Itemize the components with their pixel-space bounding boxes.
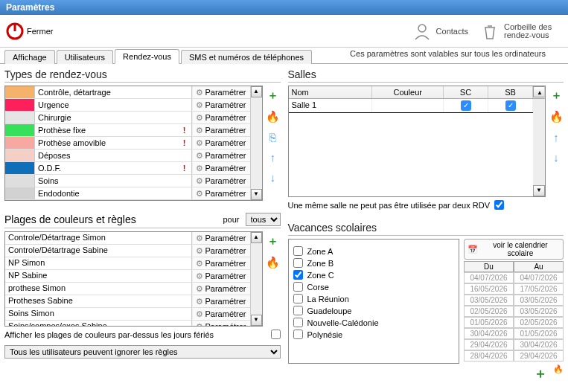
plage-row[interactable]: Controle/Détartrage Sabine⚙Paramétrer [5,245,250,257]
date-du-input[interactable] [464,328,514,339]
types-down-button[interactable]: ↓ [270,171,276,184]
plages-feries-checkbox[interactable] [271,330,281,339]
tab-utilisateurs[interactable]: Utilisateurs [57,50,113,64]
plage-row[interactable]: NP Sabine⚙Paramétrer [5,270,250,283]
scroll-up-icon[interactable]: ▲ [533,86,545,97]
salles-scrollbar[interactable]: ▼ [533,99,545,196]
zone-checkbox[interactable] [293,330,303,339]
type-row[interactable]: Déposes⚙Paramétrer [5,150,250,162]
param-button[interactable]: ⚙Paramétrer [192,124,250,136]
type-row[interactable]: Urgence⚙Paramétrer [5,99,250,112]
date-au-input[interactable] [514,328,564,339]
plage-row[interactable]: Soins/compos/exos Sabine⚙Paramétrer [5,321,250,327]
plages-pour-select[interactable]: tous [246,213,281,226]
param-button[interactable]: ⚙Paramétrer [192,162,250,174]
date-au-input[interactable] [514,306,564,317]
date-du-input[interactable] [464,283,514,295]
date-du-input[interactable] [464,339,514,350]
salles-col-couleur[interactable]: Couleur [372,86,444,98]
trash-button[interactable]: Corbeille des rendez-vous [474,22,562,41]
scroll-down-icon[interactable]: ▼ [251,189,262,200]
date-au-input[interactable] [514,272,564,283]
param-button[interactable]: ⚙Paramétrer [192,99,250,111]
type-color-chip[interactable] [5,187,35,199]
zone-item[interactable]: Guadeloupe [293,306,455,315]
type-color-chip[interactable] [5,112,35,123]
param-button[interactable]: ⚙Paramétrer [192,257,250,269]
param-button[interactable]: ⚙Paramétrer [192,321,250,327]
plages-add-button[interactable]: ＋ [267,234,278,248]
types-delete-button[interactable]: 🔥 [266,110,280,123]
date-au-input[interactable] [514,317,564,328]
zone-item[interactable]: Polynésie [293,330,455,339]
zone-checkbox[interactable] [293,306,303,315]
zone-checkbox[interactable] [293,282,303,292]
calendar-button[interactable]: 📅 voir le calendrier scolaire [464,239,564,260]
zone-checkbox[interactable] [293,318,303,327]
type-row[interactable]: O.D.F.!⚙Paramétrer [5,162,250,175]
tab-affichage[interactable]: Affichage [4,50,55,64]
plage-row[interactable]: Soins Simon⚙Paramétrer [5,308,250,321]
type-row[interactable]: Endodontie⚙Paramétrer [5,187,250,200]
vacances-delete-button[interactable]: 🔥 [553,364,564,382]
salle-sb-checkbox[interactable]: ✓ [488,99,533,112]
salles-down-button[interactable]: ↓ [553,151,559,164]
types-scrollbar[interactable]: ▲ ▼ [250,86,262,200]
type-color-chip[interactable] [5,162,35,174]
date-du-input[interactable] [464,317,514,328]
plage-row[interactable]: Protheses Sabine⚙Paramétrer [5,295,250,308]
zone-checkbox[interactable] [293,294,303,303]
scroll-down-icon[interactable]: ▼ [251,315,262,326]
salle-sc-checkbox[interactable]: ✓ [444,99,488,112]
salles-delete-button[interactable]: 🔥 [549,110,564,123]
salles-col-nom[interactable]: Nom [289,86,373,98]
date-au-input[interactable] [514,339,564,350]
zone-checkbox[interactable] [293,246,303,256]
type-color-chip[interactable] [5,137,35,149]
scroll-up-icon[interactable]: ▲ [251,232,262,243]
plage-row[interactable]: Controle/Détartrage Simon⚙Paramétrer [5,232,250,245]
tab-rendez-vous[interactable]: Rendez-vous [115,49,179,64]
date-au-input[interactable] [514,350,564,362]
type-row[interactable]: Prothèse amovible!⚙Paramétrer [5,137,250,150]
salles-col-sb[interactable]: SB [488,86,533,98]
type-row[interactable]: Contrôle, détartrage⚙Paramétrer [5,86,250,99]
salle-row[interactable]: Salle 1 ✓ ✓ [289,99,534,113]
type-color-chip[interactable] [5,99,35,111]
param-button[interactable]: ⚙Paramétrer [192,187,250,199]
zone-item[interactable]: Zone A [293,246,455,256]
plages-rules-select[interactable]: Tous les utilisateurs peuvent ignorer le… [4,345,281,359]
types-up-button[interactable]: ↑ [270,151,276,164]
type-color-chip[interactable] [5,150,35,161]
salle-couleur[interactable] [372,99,444,112]
param-button[interactable]: ⚙Paramétrer [192,86,250,98]
zone-checkbox[interactable] [293,258,303,268]
param-button[interactable]: ⚙Paramétrer [192,232,250,244]
param-button[interactable]: ⚙Paramétrer [192,175,250,187]
vacances-add-button[interactable]: ＋ [534,364,547,382]
date-du-input[interactable] [464,306,514,317]
param-button[interactable]: ⚙Paramétrer [192,245,250,257]
zone-item[interactable]: Nouvelle-Calédonie [293,318,455,327]
param-button[interactable]: ⚙Paramétrer [192,150,250,161]
date-du-input[interactable] [464,272,514,283]
salles-add-button[interactable]: ＋ [551,89,562,103]
date-au-input[interactable] [514,295,564,306]
param-button[interactable]: ⚙Paramétrer [192,112,250,123]
scroll-down-icon[interactable]: ▼ [533,185,545,196]
salles-col-sc[interactable]: SC [444,86,488,98]
zone-checkbox[interactable] [293,270,303,280]
plage-row[interactable]: prothese Simon⚙Paramétrer [5,283,250,295]
types-export-button[interactable]: ⎘ [269,131,276,144]
param-button[interactable]: ⚙Paramétrer [192,308,250,320]
zone-item[interactable]: Corse [293,282,455,292]
salles-up-button[interactable]: ↑ [553,131,559,144]
date-du-input[interactable] [464,350,514,362]
tab-sms[interactable]: SMS et numéros de téléphones [181,50,312,64]
type-color-chip[interactable] [5,124,35,136]
type-color-chip[interactable] [5,86,35,98]
zone-item[interactable]: La Réunion [293,294,455,303]
plage-row[interactable]: NP Simon⚙Paramétrer [5,257,250,270]
param-button[interactable]: ⚙Paramétrer [192,137,250,149]
zone-item[interactable]: Zone B [293,258,455,268]
